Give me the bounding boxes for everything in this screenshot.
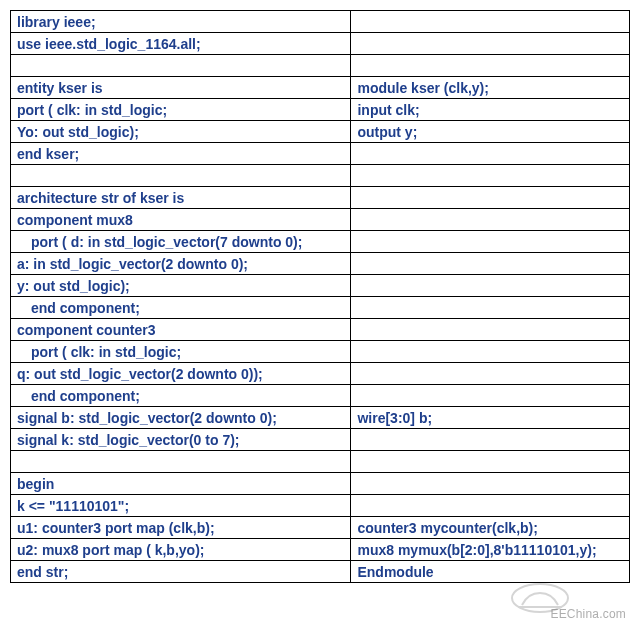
verilog-cell [351,275,630,297]
verilog-cell [351,231,630,253]
verilog-cell [351,165,630,187]
code-text: end component; [17,300,140,316]
table-row: component counter3 [11,319,630,341]
verilog-cell [351,341,630,363]
verilog-cell: counter3 mycounter(clk,b); [351,517,630,539]
table-row: a: in std_logic_vector(2 downto 0); [11,253,630,275]
verilog-cell: mux8 mymux(b[2:0],8'b11110101,y); [351,539,630,561]
table-row [11,55,630,77]
table-row: port ( clk: in std_logic;input clk; [11,99,630,121]
verilog-cell [351,209,630,231]
vhdl-cell: use ieee.std_logic_1164.all; [11,33,351,55]
vhdl-cell: library ieee; [11,11,351,33]
vhdl-cell: end kser; [11,143,351,165]
verilog-cell: wire[3:0] b; [351,407,630,429]
table-row: component mux8 [11,209,630,231]
table-row: port ( d: in std_logic_vector(7 downto 0… [11,231,630,253]
verilog-cell [351,385,630,407]
vhdl-cell: entity kser is [11,77,351,99]
table-row: library ieee; [11,11,630,33]
table-row: begin [11,473,630,495]
vhdl-cell [11,451,351,473]
vhdl-cell: signal k: std_logic_vector(0 to 7); [11,429,351,451]
verilog-cell [351,319,630,341]
verilog-cell [351,473,630,495]
verilog-cell [351,429,630,451]
table-row: use ieee.std_logic_1164.all; [11,33,630,55]
code-comparison-table-wrap: library ieee;use ieee.std_logic_1164.all… [0,0,640,583]
vhdl-cell: y: out std_logic); [11,275,351,297]
vhdl-cell: end component; [11,385,351,407]
verilog-cell [351,253,630,275]
vhdl-cell: u2: mux8 port map ( k,b,yo); [11,539,351,561]
verilog-cell: module kser (clk,y); [351,77,630,99]
table-row: end component; [11,297,630,319]
verilog-cell: input clk; [351,99,630,121]
vhdl-cell: end component; [11,297,351,319]
table-body: library ieee;use ieee.std_logic_1164.all… [11,11,630,583]
table-row: end kser; [11,143,630,165]
vhdl-cell [11,165,351,187]
vhdl-cell: u1: counter3 port map (clk,b); [11,517,351,539]
vhdl-cell: port ( clk: in std_logic; [11,99,351,121]
table-row: Yo: out std_logic);output y; [11,121,630,143]
verilog-cell [351,363,630,385]
watermark-text: EEChina.com [550,607,626,621]
verilog-cell [351,451,630,473]
verilog-cell [351,187,630,209]
verilog-cell [351,11,630,33]
vhdl-cell: k <= "11110101"; [11,495,351,517]
verilog-cell [351,55,630,77]
table-row: port ( clk: in std_logic; [11,341,630,363]
vhdl-cell: component mux8 [11,209,351,231]
vhdl-cell: q: out std_logic_vector(2 downto 0)); [11,363,351,385]
table-row: entity kser ismodule kser (clk,y); [11,77,630,99]
vhdl-cell: end str; [11,561,351,583]
vhdl-cell: port ( clk: in std_logic; [11,341,351,363]
vhdl-cell: architecture str of kser is [11,187,351,209]
verilog-cell: Endmodule [351,561,630,583]
table-row: end component; [11,385,630,407]
verilog-cell [351,143,630,165]
verilog-cell [351,33,630,55]
vhdl-cell: port ( d: in std_logic_vector(7 downto 0… [11,231,351,253]
vhdl-cell: component counter3 [11,319,351,341]
table-row: u2: mux8 port map ( k,b,yo);mux8 mymux(b… [11,539,630,561]
vhdl-cell: Yo: out std_logic); [11,121,351,143]
table-row: signal b: std_logic_vector(2 downto 0);w… [11,407,630,429]
vhdl-cell: a: in std_logic_vector(2 downto 0); [11,253,351,275]
vhdl-cell [11,55,351,77]
table-row [11,165,630,187]
table-row: end str;Endmodule [11,561,630,583]
table-row [11,451,630,473]
verilog-cell: output y; [351,121,630,143]
table-row: signal k: std_logic_vector(0 to 7); [11,429,630,451]
table-row: y: out std_logic); [11,275,630,297]
code-text: end component; [17,388,140,404]
table-row: u1: counter3 port map (clk,b);counter3 m… [11,517,630,539]
code-comparison-table: library ieee;use ieee.std_logic_1164.all… [10,10,630,583]
vhdl-cell: begin [11,473,351,495]
vhdl-cell: signal b: std_logic_vector(2 downto 0); [11,407,351,429]
verilog-cell [351,297,630,319]
table-row: architecture str of kser is [11,187,630,209]
verilog-cell [351,495,630,517]
code-text: port ( d: in std_logic_vector(7 downto 0… [17,234,302,250]
code-text: port ( clk: in std_logic; [17,344,181,360]
table-row: q: out std_logic_vector(2 downto 0)); [11,363,630,385]
table-row: k <= "11110101"; [11,495,630,517]
